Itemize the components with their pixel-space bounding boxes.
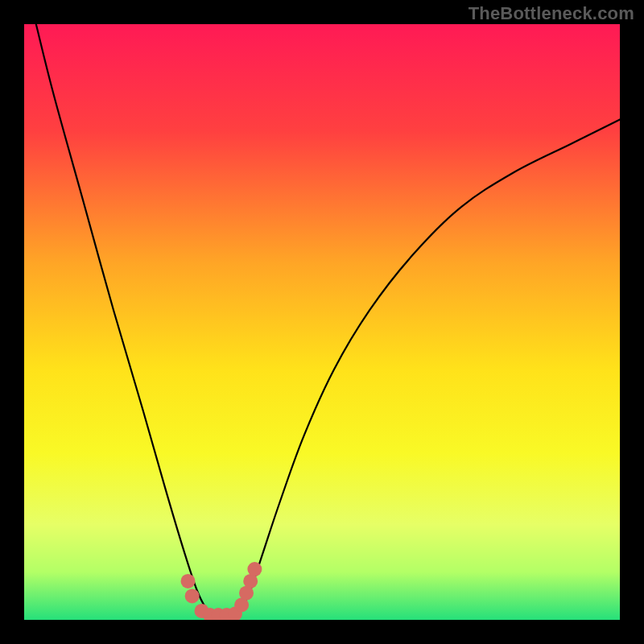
watermark-text: TheBottleneck.com (469, 3, 634, 24)
marker-dot (185, 588, 200, 603)
gradient-background (24, 24, 620, 620)
marker-dot (247, 562, 262, 576)
marker-dot (181, 574, 196, 588)
chart-plot-area (24, 24, 620, 620)
chart-frame: TheBottleneck.com (0, 0, 644, 644)
chart-svg (24, 24, 620, 620)
